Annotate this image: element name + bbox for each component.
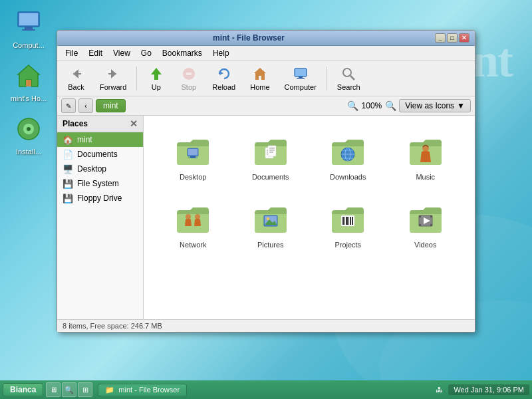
svg-rect-21 bbox=[295, 69, 306, 76]
music-folder-icon bbox=[407, 133, 444, 170]
file-item-desktop[interactable]: Desktop bbox=[154, 126, 232, 188]
breadcrumb-mint[interactable]: mint bbox=[96, 99, 126, 112]
window-title: mint - File Browser bbox=[63, 33, 435, 43]
computer-button[interactable]: Computer bbox=[279, 64, 323, 93]
toolbar-sep-2 bbox=[327, 66, 327, 90]
desktop-folder-icon bbox=[174, 133, 211, 170]
menu-go[interactable]: Go bbox=[136, 47, 157, 59]
sidebar-item-floppy[interactable]: 💾 Floppy Drive bbox=[57, 191, 143, 205]
svg-rect-7 bbox=[26, 80, 31, 86]
svg-rect-5 bbox=[22, 29, 35, 31]
home-button[interactable]: Home bbox=[244, 64, 275, 93]
svg-rect-28 bbox=[190, 156, 196, 158]
taskbar-window-item[interactable]: 📁 mint - File Browser bbox=[98, 384, 187, 396]
svg-rect-54 bbox=[348, 217, 349, 225]
stop-icon bbox=[181, 66, 197, 82]
file-item-downloads[interactable]: Downloads bbox=[309, 126, 387, 188]
svg-rect-56 bbox=[352, 217, 353, 225]
location-edit-button[interactable]: ✎ bbox=[61, 98, 76, 113]
file-item-videos[interactable]: Videos bbox=[387, 194, 465, 255]
forward-icon bbox=[105, 66, 121, 82]
taskbar-window-label: mint - File Browser bbox=[118, 386, 180, 394]
svg-rect-53 bbox=[346, 217, 348, 225]
zoom-in-button[interactable]: 🔍 bbox=[384, 100, 396, 112]
zoom-area: 🔍 100% 🔍 bbox=[347, 100, 397, 112]
forward-label: Forward bbox=[100, 83, 126, 91]
svg-rect-36 bbox=[269, 150, 275, 151]
taskbar-search-button[interactable]: 🔍 bbox=[62, 382, 76, 397]
svg-point-49 bbox=[267, 217, 269, 220]
zoom-level: 100% bbox=[362, 101, 382, 110]
reload-icon bbox=[216, 66, 232, 82]
pictures-folder-label: Pictures bbox=[257, 241, 284, 249]
sidebar-floppy-icon: 💾 bbox=[63, 193, 73, 203]
downloads-folder-icon bbox=[329, 133, 366, 170]
search-button[interactable]: Search bbox=[331, 64, 366, 93]
home-toolbar-icon bbox=[252, 66, 268, 82]
computer-icon bbox=[13, 7, 45, 39]
sidebar-item-desktop[interactable]: 🖥️ Desktop bbox=[57, 162, 143, 176]
sidebar-filesystem-icon: 💾 bbox=[63, 178, 73, 189]
svg-rect-34 bbox=[268, 146, 276, 156]
sidebar-close-button[interactable]: ✕ bbox=[130, 118, 138, 129]
sidebar-documents-icon: 📄 bbox=[63, 149, 73, 160]
videos-folder-label: Videos bbox=[414, 241, 436, 249]
mints-home-icon-label: mint's Ho... bbox=[11, 94, 47, 103]
menu-edit[interactable]: Edit bbox=[83, 47, 108, 59]
svg-rect-29 bbox=[188, 158, 198, 158]
taskbar-switch-button[interactable]: ⊞ bbox=[78, 382, 92, 397]
file-item-documents[interactable]: Documents bbox=[232, 126, 310, 188]
desktop-icon-computer[interactable]: Comput... bbox=[5, 7, 52, 50]
file-browser-window: mint - File Browser _ □ ✕ File Edit View… bbox=[57, 30, 475, 332]
close-button[interactable]: ✕ bbox=[459, 33, 469, 43]
menu-bookmarks[interactable]: Bookmarks bbox=[157, 47, 207, 59]
taskbar-window-icon: 📁 bbox=[105, 386, 114, 394]
location-bar: ✎ ‹ mint 🔍 100% 🔍 View as Icons ▼ bbox=[57, 96, 475, 116]
up-button[interactable]: Up bbox=[141, 64, 171, 93]
stop-button[interactable]: Stop bbox=[174, 64, 203, 93]
svg-rect-51 bbox=[342, 217, 344, 225]
forward-button[interactable]: Forward bbox=[94, 64, 132, 93]
maximize-button[interactable]: □ bbox=[447, 33, 458, 43]
svg-rect-37 bbox=[269, 152, 273, 153]
file-item-music[interactable]: Music bbox=[387, 126, 465, 188]
back-button[interactable]: Back bbox=[61, 64, 91, 93]
svg-point-45 bbox=[195, 214, 200, 219]
view-icons-button[interactable]: View as Icons ▼ bbox=[399, 99, 471, 112]
sidebar-header: Places ✕ bbox=[57, 116, 143, 132]
menu-file[interactable]: File bbox=[60, 47, 83, 59]
file-item-pictures[interactable]: Pictures bbox=[232, 194, 310, 255]
sidebar-item-documents[interactable]: 📄 Documents bbox=[57, 147, 143, 162]
menu-bar: File Edit View Go Bookmarks Help bbox=[57, 46, 475, 61]
desktop-icon-install[interactable]: Install... bbox=[5, 113, 52, 156]
sidebar-item-mint[interactable]: 🏠 mint bbox=[57, 132, 143, 147]
taskbar-right: 🖧 Wed Jan 31, 9:06 PM bbox=[436, 384, 529, 395]
sidebar-mint-icon: 🏠 bbox=[63, 134, 73, 145]
menu-view[interactable]: View bbox=[108, 47, 136, 59]
file-item-projects[interactable]: Projects bbox=[309, 194, 387, 255]
home-label: Home bbox=[250, 83, 269, 91]
taskbar: Bianca 🖥 🔍 ⊞ 📁 mint - File Browser 🖧 Wed… bbox=[0, 380, 532, 399]
location-prev-button[interactable]: ‹ bbox=[78, 98, 93, 113]
reload-button[interactable]: Reload bbox=[206, 64, 241, 93]
zoom-out-button[interactable]: 🔍 bbox=[347, 100, 359, 112]
menu-help[interactable]: Help bbox=[207, 47, 235, 59]
up-label: Up bbox=[152, 83, 161, 91]
taskbar-show-desktop-button[interactable]: 🖥 bbox=[46, 382, 61, 397]
search-label: Search bbox=[337, 83, 360, 91]
svg-point-44 bbox=[186, 214, 191, 219]
file-item-network[interactable]: Network bbox=[154, 194, 232, 255]
desktop-icon-mints-home[interactable]: mint's Ho... bbox=[5, 60, 52, 103]
svg-marker-19 bbox=[254, 68, 266, 80]
svg-rect-4 bbox=[25, 27, 33, 29]
sidebar-desktop-icon: 🖥️ bbox=[63, 164, 73, 174]
downloads-folder-label: Downloads bbox=[330, 173, 366, 181]
start-button[interactable]: Bianca bbox=[3, 383, 43, 396]
window-controls: _ □ ✕ bbox=[435, 33, 469, 43]
svg-rect-60 bbox=[430, 215, 432, 217]
sidebar-header-label: Places bbox=[63, 119, 88, 128]
minimize-button[interactable]: _ bbox=[435, 33, 446, 43]
back-label: Back bbox=[68, 83, 84, 91]
svg-rect-52 bbox=[344, 217, 345, 225]
sidebar-item-filesystem[interactable]: 💾 File System bbox=[57, 176, 143, 191]
